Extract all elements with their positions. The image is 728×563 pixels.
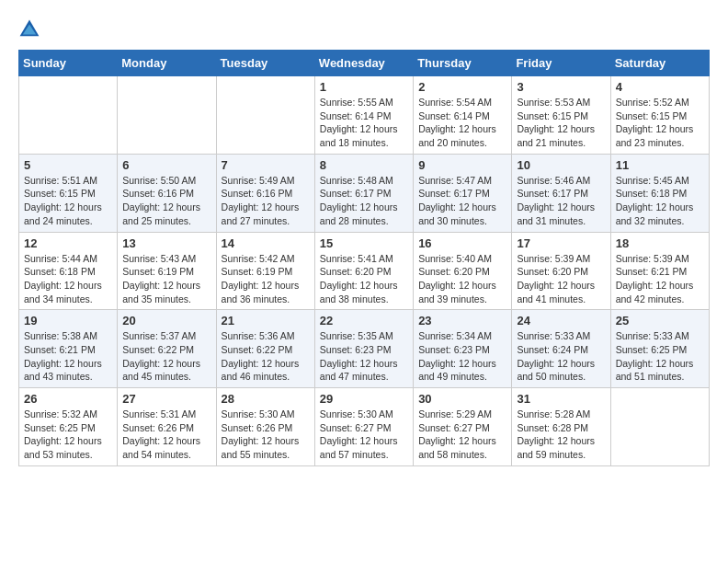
calendar-cell: 6Sunrise: 5:50 AM Sunset: 6:16 PM Daylig… xyxy=(118,154,216,232)
calendar-week-row: 5Sunrise: 5:51 AM Sunset: 6:15 PM Daylig… xyxy=(19,154,710,232)
calendar-cell: 12Sunrise: 5:44 AM Sunset: 6:18 PM Dayli… xyxy=(19,232,118,310)
cell-content: Sunrise: 5:28 AM Sunset: 6:28 PM Dayligh… xyxy=(517,408,605,462)
calendar-cell: 14Sunrise: 5:42 AM Sunset: 6:19 PM Dayli… xyxy=(216,232,314,310)
cell-content: Sunrise: 5:32 AM Sunset: 6:25 PM Dayligh… xyxy=(24,408,112,462)
day-number: 6 xyxy=(122,158,210,172)
logo xyxy=(18,18,44,40)
day-number: 31 xyxy=(517,392,605,406)
day-number: 15 xyxy=(320,236,408,250)
dow-header: Thursday xyxy=(414,51,512,76)
calendar-cell: 8Sunrise: 5:48 AM Sunset: 6:17 PM Daylig… xyxy=(314,154,413,232)
day-number: 28 xyxy=(222,392,310,406)
calendar-cell: 17Sunrise: 5:39 AM Sunset: 6:20 PM Dayli… xyxy=(512,232,610,310)
calendar-table: SundayMondayTuesdayWednesdayThursdayFrid… xyxy=(18,50,710,466)
cell-content: Sunrise: 5:44 AM Sunset: 6:18 PM Dayligh… xyxy=(24,252,112,306)
cell-content: Sunrise: 5:45 AM Sunset: 6:18 PM Dayligh… xyxy=(616,174,704,228)
calendar-cell: 4Sunrise: 5:52 AM Sunset: 6:15 PM Daylig… xyxy=(610,76,709,155)
calendar-body: 1Sunrise: 5:55 AM Sunset: 6:14 PM Daylig… xyxy=(19,76,710,466)
calendar-cell: 10Sunrise: 5:46 AM Sunset: 6:17 PM Dayli… xyxy=(512,154,610,232)
day-number: 21 xyxy=(222,314,310,327)
cell-content: Sunrise: 5:51 AM Sunset: 6:15 PM Dayligh… xyxy=(24,174,112,228)
cell-content: Sunrise: 5:48 AM Sunset: 6:17 PM Dayligh… xyxy=(320,174,408,228)
cell-content: Sunrise: 5:35 AM Sunset: 6:23 PM Dayligh… xyxy=(320,329,408,384)
cell-content: Sunrise: 5:29 AM Sunset: 6:27 PM Dayligh… xyxy=(418,408,506,462)
calendar-cell: 20Sunrise: 5:37 AM Sunset: 6:22 PM Dayli… xyxy=(118,310,216,388)
calendar-cell xyxy=(216,76,314,155)
cell-content: Sunrise: 5:30 AM Sunset: 6:26 PM Dayligh… xyxy=(222,408,310,462)
cell-content: Sunrise: 5:47 AM Sunset: 6:17 PM Dayligh… xyxy=(418,174,506,228)
calendar-cell: 29Sunrise: 5:30 AM Sunset: 6:27 PM Dayli… xyxy=(314,388,413,466)
day-number: 22 xyxy=(320,314,408,327)
day-number: 25 xyxy=(616,314,704,327)
day-number: 27 xyxy=(122,392,210,406)
calendar-cell: 5Sunrise: 5:51 AM Sunset: 6:15 PM Daylig… xyxy=(19,154,118,232)
logo-icon xyxy=(18,18,40,40)
calendar-cell: 11Sunrise: 5:45 AM Sunset: 6:18 PM Dayli… xyxy=(610,154,709,232)
day-number: 20 xyxy=(122,314,210,327)
cell-content: Sunrise: 5:37 AM Sunset: 6:22 PM Dayligh… xyxy=(122,329,210,384)
cell-content: Sunrise: 5:42 AM Sunset: 6:19 PM Dayligh… xyxy=(222,252,310,306)
calendar-week-row: 26Sunrise: 5:32 AM Sunset: 6:25 PM Dayli… xyxy=(19,388,710,466)
day-number: 26 xyxy=(24,392,112,406)
cell-content: Sunrise: 5:38 AM Sunset: 6:21 PM Dayligh… xyxy=(24,329,112,384)
cell-content: Sunrise: 5:33 AM Sunset: 6:25 PM Dayligh… xyxy=(616,329,704,384)
calendar-cell: 13Sunrise: 5:43 AM Sunset: 6:19 PM Dayli… xyxy=(118,232,216,310)
day-number: 13 xyxy=(122,236,210,250)
day-number: 12 xyxy=(24,236,112,250)
cell-content: Sunrise: 5:34 AM Sunset: 6:23 PM Dayligh… xyxy=(418,329,506,384)
calendar-cell: 30Sunrise: 5:29 AM Sunset: 6:27 PM Dayli… xyxy=(414,388,512,466)
day-number: 16 xyxy=(418,236,506,250)
calendar-cell: 18Sunrise: 5:39 AM Sunset: 6:21 PM Dayli… xyxy=(610,232,709,310)
day-number: 23 xyxy=(418,314,506,327)
cell-content: Sunrise: 5:41 AM Sunset: 6:20 PM Dayligh… xyxy=(320,252,408,306)
page-header xyxy=(18,18,710,40)
calendar-cell: 22Sunrise: 5:35 AM Sunset: 6:23 PM Dayli… xyxy=(314,310,413,388)
dow-header: Friday xyxy=(512,51,610,76)
day-number: 8 xyxy=(320,158,408,172)
dow-header: Tuesday xyxy=(216,51,314,76)
day-number: 3 xyxy=(517,80,605,94)
calendar-cell: 9Sunrise: 5:47 AM Sunset: 6:17 PM Daylig… xyxy=(414,154,512,232)
cell-content: Sunrise: 5:52 AM Sunset: 6:15 PM Dayligh… xyxy=(616,96,704,150)
cell-content: Sunrise: 5:53 AM Sunset: 6:15 PM Dayligh… xyxy=(517,96,605,150)
calendar-cell: 23Sunrise: 5:34 AM Sunset: 6:23 PM Dayli… xyxy=(414,310,512,388)
day-number: 29 xyxy=(320,392,408,406)
day-number: 7 xyxy=(222,158,310,172)
cell-content: Sunrise: 5:54 AM Sunset: 6:14 PM Dayligh… xyxy=(418,96,506,150)
calendar-week-row: 12Sunrise: 5:44 AM Sunset: 6:18 PM Dayli… xyxy=(19,232,710,310)
cell-content: Sunrise: 5:49 AM Sunset: 6:16 PM Dayligh… xyxy=(222,174,310,228)
cell-content: Sunrise: 5:31 AM Sunset: 6:26 PM Dayligh… xyxy=(122,408,210,462)
calendar-cell xyxy=(118,76,216,155)
days-of-week-row: SundayMondayTuesdayWednesdayThursdayFrid… xyxy=(19,51,710,76)
day-number: 2 xyxy=(418,80,506,94)
calendar-cell: 3Sunrise: 5:53 AM Sunset: 6:15 PM Daylig… xyxy=(512,76,610,155)
cell-content: Sunrise: 5:40 AM Sunset: 6:20 PM Dayligh… xyxy=(418,252,506,306)
calendar-cell: 2Sunrise: 5:54 AM Sunset: 6:14 PM Daylig… xyxy=(414,76,512,155)
day-number: 18 xyxy=(616,236,704,250)
cell-content: Sunrise: 5:36 AM Sunset: 6:22 PM Dayligh… xyxy=(222,329,310,384)
day-number: 1 xyxy=(320,80,408,94)
calendar-cell: 15Sunrise: 5:41 AM Sunset: 6:20 PM Dayli… xyxy=(314,232,413,310)
day-number: 17 xyxy=(517,236,605,250)
day-number: 30 xyxy=(418,392,506,406)
cell-content: Sunrise: 5:43 AM Sunset: 6:19 PM Dayligh… xyxy=(122,252,210,306)
cell-content: Sunrise: 5:39 AM Sunset: 6:20 PM Dayligh… xyxy=(517,252,605,306)
dow-header: Saturday xyxy=(610,51,709,76)
cell-content: Sunrise: 5:30 AM Sunset: 6:27 PM Dayligh… xyxy=(320,408,408,462)
calendar-cell: 27Sunrise: 5:31 AM Sunset: 6:26 PM Dayli… xyxy=(118,388,216,466)
calendar-cell: 24Sunrise: 5:33 AM Sunset: 6:24 PM Dayli… xyxy=(512,310,610,388)
dow-header: Wednesday xyxy=(314,51,413,76)
day-number: 4 xyxy=(616,80,704,94)
day-number: 14 xyxy=(222,236,310,250)
calendar-week-row: 1Sunrise: 5:55 AM Sunset: 6:14 PM Daylig… xyxy=(19,76,710,155)
calendar-cell: 26Sunrise: 5:32 AM Sunset: 6:25 PM Dayli… xyxy=(19,388,118,466)
cell-content: Sunrise: 5:39 AM Sunset: 6:21 PM Dayligh… xyxy=(616,252,704,306)
cell-content: Sunrise: 5:33 AM Sunset: 6:24 PM Dayligh… xyxy=(517,329,605,384)
calendar-cell xyxy=(610,388,709,466)
cell-content: Sunrise: 5:46 AM Sunset: 6:17 PM Dayligh… xyxy=(517,174,605,228)
calendar-week-row: 19Sunrise: 5:38 AM Sunset: 6:21 PM Dayli… xyxy=(19,310,710,388)
cell-content: Sunrise: 5:50 AM Sunset: 6:16 PM Dayligh… xyxy=(122,174,210,228)
calendar-cell: 19Sunrise: 5:38 AM Sunset: 6:21 PM Dayli… xyxy=(19,310,118,388)
dow-header: Monday xyxy=(118,51,216,76)
calendar-cell: 16Sunrise: 5:40 AM Sunset: 6:20 PM Dayli… xyxy=(414,232,512,310)
